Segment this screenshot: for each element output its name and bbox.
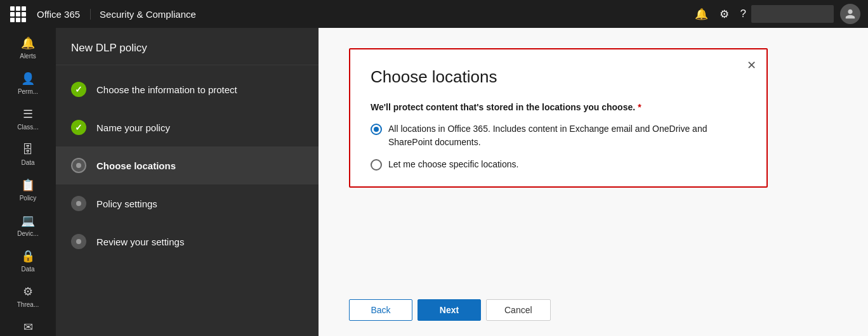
sidebar-label-alerts: Alerts [20, 53, 36, 60]
sidebar-item-mail[interactable]: ✉ Mail [0, 314, 56, 336]
checkmark-icon-2: ✓ [75, 122, 82, 132]
radio-label-all-locations: All locations in Office 365. Includes co… [388, 122, 746, 149]
wizard-panel: New DLP policy ✓ Choose the information … [56, 28, 319, 336]
pending-dot-5 [76, 239, 81, 244]
wizard-step-choose-locations[interactable]: Choose locations [56, 146, 319, 184]
step-indicator-1: ✓ [71, 82, 86, 97]
sidebar-label-data2: Data [21, 266, 34, 273]
content-area: ✕ Choose locations We'll protect content… [319, 28, 868, 336]
sidebar-item-threat[interactable]: ⚙ Threa... [0, 279, 56, 314]
sidebar-label-classifications: Class... [17, 124, 38, 131]
sidebar-item-alerts[interactable]: 🔔 Alerts [0, 30, 56, 66]
sidebar-label-data: Data [21, 159, 34, 167]
wizard-step-choose-info[interactable]: ✓ Choose the information to protect [56, 70, 319, 108]
section-name: Security & Compliance [100, 9, 694, 20]
radio-all-locations[interactable] [371, 124, 382, 135]
sidebar-item-policy[interactable]: 📋 Policy [0, 172, 56, 208]
data-icon: 🗄 [22, 143, 34, 157]
policy-icon: 📋 [21, 178, 35, 192]
step-indicator-5 [71, 234, 86, 249]
wizard-step-review-settings[interactable]: Review your settings [56, 223, 319, 261]
sidebar-item-data[interactable]: 🗄 Data [0, 137, 56, 172]
dialog-card: ✕ Choose locations We'll protect content… [349, 48, 768, 188]
sidebar-label-policy: Policy [20, 195, 37, 202]
step-indicator-2: ✓ [71, 120, 86, 135]
step-label-3: Choose locations [96, 160, 176, 171]
threat-icon: ⚙ [23, 285, 33, 299]
sidebar-item-data2[interactable]: 🔒 Data [0, 243, 56, 279]
back-button[interactable]: Back [349, 299, 412, 321]
sidebar-label-threat: Threa... [17, 301, 39, 309]
buttons-row: Back Next Cancel [319, 284, 868, 336]
pending-dot-4 [76, 201, 81, 206]
step-indicator-4 [71, 196, 86, 211]
data2-icon: 🔒 [21, 249, 35, 263]
subtitle-text: We'll protect content that's stored in t… [371, 102, 635, 112]
wizard-steps: ✓ Choose the information to protect ✓ Na… [56, 65, 319, 336]
mail-icon: ✉ [23, 320, 33, 334]
app-name: Office 365 [34, 9, 91, 20]
sidebar: 🔔 Alerts 👤 Perm... ☰ Class... 🗄 Data 📋 P… [0, 28, 56, 336]
waffle-menu[interactable] [8, 4, 28, 24]
radio-option-all-locations[interactable]: All locations in Office 365. Includes co… [371, 122, 746, 149]
step-label-5: Review your settings [96, 236, 184, 247]
step-label-4: Policy settings [96, 198, 157, 209]
topbar: Office 365 Security & Compliance 🔔 ⚙ ? [0, 0, 868, 28]
wizard-step-name-policy[interactable]: ✓ Name your policy [56, 108, 319, 146]
step-indicator-3 [71, 158, 86, 173]
topbar-search[interactable] [751, 5, 834, 23]
sidebar-item-device[interactable]: 💻 Devic... [0, 208, 56, 243]
classifications-icon: ☰ [23, 107, 33, 121]
sidebar-item-permissions[interactable]: 👤 Perm... [0, 66, 56, 101]
wizard-step-policy-settings[interactable]: Policy settings [56, 184, 319, 223]
sidebar-label-device: Devic... [17, 230, 38, 238]
location-options: All locations in Office 365. Includes co… [371, 122, 746, 171]
main-layout: 🔔 Alerts 👤 Perm... ☰ Class... 🗄 Data 📋 P… [0, 28, 868, 336]
permissions-icon: 👤 [21, 72, 35, 86]
dialog-title: Choose locations [371, 67, 746, 87]
step-label-2: Name your policy [96, 122, 170, 133]
help-icon[interactable]: ? [740, 8, 746, 20]
sidebar-label-permissions: Perm... [18, 88, 38, 96]
current-dot [76, 163, 81, 168]
next-button[interactable]: Next [418, 299, 481, 321]
notifications-icon[interactable]: 🔔 [695, 8, 708, 21]
sidebar-item-classifications[interactable]: ☰ Class... [0, 101, 56, 137]
radio-option-specific-locations[interactable]: Let me choose specific locations. [371, 158, 746, 171]
alerts-icon: 🔔 [21, 36, 35, 50]
wizard-title: New DLP policy [56, 28, 319, 65]
topbar-actions: 🔔 ⚙ ? [695, 8, 746, 21]
step-label-1: Choose the information to protect [96, 84, 237, 95]
dialog-subtitle: We'll protect content that's stored in t… [371, 102, 746, 112]
device-icon: 💻 [21, 214, 35, 228]
settings-icon[interactable]: ⚙ [720, 8, 729, 21]
cancel-button[interactable]: Cancel [486, 299, 551, 321]
content-inner: ✕ Choose locations We'll protect content… [319, 28, 868, 284]
close-button[interactable]: ✕ [747, 60, 756, 71]
radio-specific-locations[interactable] [371, 159, 382, 171]
checkmark-icon: ✓ [75, 84, 82, 94]
user-avatar[interactable] [840, 4, 860, 24]
radio-label-specific-locations: Let me choose specific locations. [388, 158, 518, 171]
required-marker: * [638, 102, 641, 112]
